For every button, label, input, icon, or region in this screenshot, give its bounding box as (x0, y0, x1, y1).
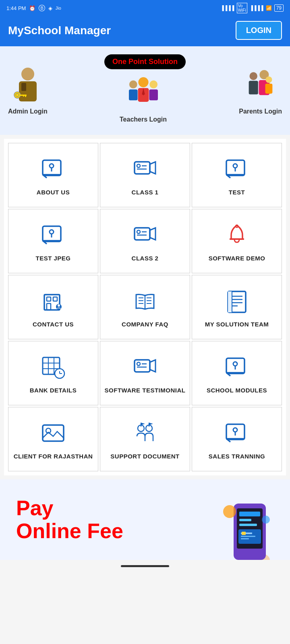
svg-point-32 (233, 164, 237, 168)
svg-rect-72 (135, 360, 150, 372)
parents-icon (242, 66, 279, 106)
svg-rect-102 (241, 536, 255, 537)
status-left: 1:44 PM ⏰ B ◈ Jio (6, 5, 61, 11)
grid-item-test-jpeg[interactable]: TEST JPEG (8, 209, 98, 273)
admin-label: Admin Login (8, 108, 48, 115)
svg-rect-62 (228, 291, 232, 312)
about-us-label: ABOUT US (37, 189, 70, 196)
test-jpeg-icon (39, 221, 67, 249)
company-faq-icon (131, 287, 159, 315)
grid-item-company-faq[interactable]: COMPANY FAQ (100, 275, 190, 339)
support-document-icon (131, 419, 159, 447)
class-2-label: CLASS 2 (132, 255, 159, 262)
teachers-login-section: Teachers Login (120, 74, 167, 123)
bottom-navigation-bar (0, 560, 290, 572)
svg-point-49 (58, 304, 60, 307)
about-us-icon (39, 155, 67, 183)
support-document-label: SUPPORT DOCUMENT (110, 453, 179, 460)
svg-point-19 (265, 76, 272, 83)
signal-icon: ◈ (48, 5, 52, 11)
software-testimonial-icon (131, 353, 159, 381)
svg-rect-99 (239, 524, 257, 526)
svg-point-27 (137, 164, 140, 167)
svg-point-79 (233, 362, 237, 366)
parents-login-section: Parents Login (239, 66, 282, 115)
svg-rect-11 (129, 89, 138, 100)
grid-item-about-us[interactable]: ABOUT US (8, 143, 98, 207)
signal-bars-icon: ▐▐▐▐ (221, 5, 234, 11)
grid-item-software-testimonial[interactable]: SOFTWARE TESTIMONIAL (100, 341, 190, 405)
svg-rect-25 (135, 162, 150, 174)
svg-rect-18 (249, 81, 258, 95)
bank-details-label: BANK DETAILS (30, 387, 77, 394)
test-jpeg-label: TEST JPEG (35, 255, 70, 262)
svg-point-104 (223, 505, 236, 518)
jio-icon: Jio (56, 6, 61, 10)
school-modules-label: SCHOOL MODULES (207, 387, 267, 394)
svg-point-8 (138, 77, 148, 87)
status-bar: 1:44 PM ⏰ B ◈ Jio ▐▐▐▐ VoWiFi ▐▐▐▐ 📶 79 (0, 0, 290, 16)
footer-text: Pay Online Fee (16, 497, 123, 543)
signal-bars2-icon: ▐▐▐▐ (250, 5, 263, 11)
time: 1:44 PM (6, 5, 26, 11)
grid-item-class-1[interactable]: CLASS 1 (100, 143, 190, 207)
svg-point-91 (233, 428, 237, 432)
svg-point-10 (129, 80, 137, 89)
school-modules-icon (223, 353, 251, 381)
admin-icon (10, 66, 46, 106)
svg-point-23 (50, 164, 54, 168)
test-label: TEST (229, 189, 245, 196)
alarm-icon: ⏰ (29, 5, 35, 11)
svg-marker-88 (149, 423, 153, 425)
company-faq-label: COMPANY FAQ (122, 321, 168, 328)
app-header: MySchool Manager LOGIN (0, 16, 290, 46)
teachers-label: Teachers Login (120, 116, 167, 123)
banner-tagline: One Point Solution (104, 54, 186, 69)
grid-item-contact-us[interactable]: CONTACT US (8, 275, 98, 339)
login-button[interactable]: LOGIN (236, 21, 282, 40)
wifi-icon: 📶 (266, 5, 272, 11)
my-solution-team-label: MY SOLUTION TEAM (205, 321, 269, 328)
footer-banner: Pay Online Fee (0, 479, 290, 560)
svg-rect-103 (241, 538, 249, 539)
svg-rect-46 (53, 297, 57, 301)
svg-marker-39 (150, 228, 155, 240)
phone-illustration (218, 487, 274, 552)
class-2-icon (131, 221, 159, 249)
svg-rect-2 (21, 83, 26, 91)
test-icon (223, 155, 251, 183)
grid-item-software-demo[interactable]: SOFTWARE DEMO (192, 209, 282, 273)
hero-banner: Admin Login Teacher (0, 46, 290, 135)
svg-point-17 (249, 72, 257, 80)
status-right: ▐▐▐▐ VoWiFi ▐▐▐▐ 📶 79 (221, 3, 284, 13)
svg-point-40 (137, 230, 140, 233)
grid-item-my-solution-team[interactable]: MY SOLUTION TEAM (192, 275, 282, 339)
svg-point-12 (149, 80, 157, 89)
bank-details-icon (39, 353, 67, 381)
grid-item-class-2[interactable]: CLASS 2 (100, 209, 190, 273)
b-icon: B (39, 5, 45, 11)
grid-item-bank-details[interactable]: BANK DETAILS (8, 341, 98, 405)
contact-us-icon (39, 287, 67, 315)
sales-tranning-icon (223, 419, 251, 447)
sales-tranning-label: SALES TRANNING (209, 453, 265, 460)
grid-item-support-document[interactable]: SUPPORT DOCUMENT (100, 407, 190, 471)
grid-item-client-for-rajasthan[interactable]: CLIENT FOR RAJASTHAN (8, 407, 98, 471)
client-for-rajasthan-label: CLIENT FOR RAJASTHAN (14, 453, 93, 460)
svg-rect-97 (239, 512, 260, 516)
grid-item-test[interactable]: TEST (192, 143, 282, 207)
svg-rect-106 (242, 532, 246, 535)
grid-item-sales-tranning[interactable]: SALES TRANNING (192, 407, 282, 471)
grid-item-school-modules[interactable]: SCHOOL MODULES (192, 341, 282, 405)
svg-rect-45 (47, 297, 51, 301)
teachers-icon (125, 74, 162, 114)
svg-rect-98 (239, 519, 251, 521)
contact-us-label: CONTACT US (33, 321, 74, 328)
software-demo-icon (223, 221, 251, 249)
svg-rect-20 (265, 84, 272, 94)
svg-rect-13 (149, 89, 158, 100)
software-testimonial-label: SOFTWARE TESTIMONIAL (105, 387, 186, 394)
client-for-rajasthan-icon (39, 419, 67, 447)
parents-label: Parents Login (239, 108, 282, 115)
svg-rect-47 (47, 303, 51, 310)
